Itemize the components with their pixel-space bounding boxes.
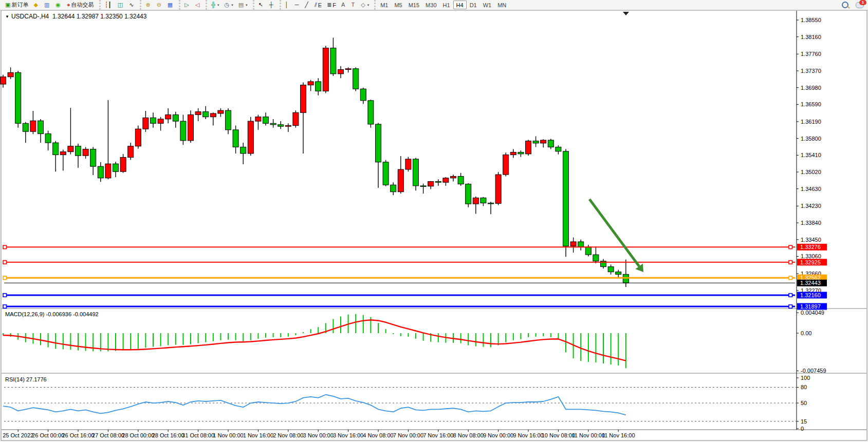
text-button[interactable]: A [339,1,348,10]
candle-body [353,69,359,89]
candle-body [376,124,381,162]
time-axis-label: 2 Nov 08:00 [273,432,303,438]
candle-body [316,82,321,91]
candle-body [623,274,629,283]
timeframe-button-m15[interactable]: M15 [405,1,422,9]
resistance-line-1-handle[interactable] [789,245,792,249]
support-line-blue-1-handle[interactable] [789,294,792,297]
crosshair-icon: ┼ [269,2,273,8]
tile-windows-icon: ▦ [168,2,173,8]
support-line-orange-handle[interactable] [789,276,792,280]
price-axis-label: 1.35020 [801,169,821,175]
cursor-button[interactable]: ↖ [256,1,266,10]
price-axis-label: 1.37370 [801,68,821,74]
market-watch-button[interactable]: ▥ [42,1,52,10]
candle-body [76,146,81,156]
candle-body [60,152,66,155]
resistance-line-1-handle[interactable] [3,245,7,249]
candle-body [113,164,119,171]
vertical-line-button[interactable]: │ [283,1,292,10]
text-label-button[interactable]: T [349,1,358,10]
price-axis-label: 1.33060 [801,253,821,259]
rsi-axis-label: 100 [801,375,810,381]
price-axis-label: 1.36190 [801,119,821,125]
chart-symbol-period: USDCAD-,H4 [11,13,49,20]
templates-button[interactable]: ▤▾ [236,1,250,10]
chevron-down-icon[interactable]: ▾ [217,3,219,7]
new-order-button[interactable]: ▣新订单 [3,1,30,10]
macd-indicator-label: MACD(12,26,9) -0.006936 -0.004492 [5,311,99,317]
trendline-icon: ╱ [305,2,308,8]
candle-body [90,149,96,167]
arrows-button[interactable]: ◇▾ [359,1,371,10]
candle-body [391,185,396,191]
support-line-blue-2-handle[interactable] [3,305,7,309]
chevron-down-icon[interactable]: ▾ [231,3,233,7]
support-line-orange-handle[interactable] [3,276,7,280]
zoom-out-button[interactable]: ⊖ [155,1,164,10]
candle-body [218,110,224,113]
equidistant-channel-button[interactable]: ⫽E [312,1,324,10]
timeframe-button-mn[interactable]: MN [494,1,509,9]
line-chart-button[interactable]: ∿ [127,1,137,10]
candle-body [428,182,434,186]
timeframe-button-w1[interactable]: W1 [480,1,495,9]
auto-scroll-button[interactable]: ▷ [182,1,192,10]
candle-body [368,101,374,124]
timeframe-button-h1[interactable]: H1 [440,1,453,9]
support-line-blue-2-handle[interactable] [789,305,792,309]
chevron-down-icon[interactable]: ▾ [246,3,248,7]
candle-body [278,125,284,126]
price-axis-label: 1.33840 [801,220,821,226]
candle-body [226,110,231,130]
resistance-line-2-handle[interactable] [3,261,7,264]
tile-windows-button[interactable]: ▦ [165,1,176,10]
search-icon[interactable] [842,2,848,8]
candle-body [510,152,516,155]
candle-body [1,77,6,84]
timeframe-button-m30[interactable]: M30 [422,1,439,9]
candle-body [330,48,336,74]
price-axis-label: 1.38160 [801,34,821,40]
candle-body [8,72,13,76]
indicators-button[interactable]: ╬▾ [209,1,221,10]
signals-button[interactable]: ◉ [53,1,64,10]
candle-body [548,140,553,147]
resistance-line-2-handle[interactable] [789,261,792,264]
toolbar-right-icons: 1 [842,2,868,8]
auto-trading-button[interactable]: ●自动交易 [65,1,96,10]
periods-button[interactable]: ◷▾ [223,1,235,10]
gold-cube-icon: ◆ [33,2,38,8]
candlestick-chart-button[interactable]: ◫ [116,1,126,10]
candle-body [563,151,569,246]
candle-body [488,203,494,204]
timeframe-button-m1[interactable]: M1 [377,1,391,9]
candle-body [533,141,539,143]
chart-canvas[interactable]: 1.385501.381601.377601.373701.369801.365… [0,0,868,442]
candlestick-icon: ◫ [118,2,123,8]
rsi-indicator-label: RSI(14) 27.1776 [5,376,47,382]
chevron-down-icon[interactable]: ▾ [367,3,370,7]
fibonacci-button[interactable]: ≣F [325,1,338,10]
bar-chart-button[interactable]: ┆┃ [103,1,115,10]
notifications-icon[interactable]: 1 [856,2,864,8]
rsi-axis-label: 50 [801,400,807,406]
chart-shift-button[interactable]: ◁ [193,1,202,10]
timeframe-button-d1[interactable]: D1 [467,1,480,9]
zoom-in-button[interactable]: ⊕ [143,1,153,10]
trendline-button[interactable]: ╱ [303,1,311,10]
timeframe-button-m5[interactable]: M5 [391,1,405,9]
zoom-out-icon: ⊖ [157,2,161,8]
price-axis-label: 1.33450 [801,237,821,243]
horizontal-line-button[interactable]: ─ [292,1,302,10]
timeframe-button-h4[interactable]: H4 [453,1,467,9]
candle-body [593,255,599,261]
price-axis-label: 1.36980 [801,85,821,91]
price-axis-label: 1.34630 [801,186,821,192]
sound-market-button[interactable]: ◆ [31,1,41,10]
support-line-blue-1-handle[interactable] [3,294,7,297]
candle-body [413,159,419,186]
crosshair-button[interactable]: ┼ [267,1,276,10]
candle-body [308,82,313,85]
chart-title-dropdown-icon[interactable]: ▼ [5,14,9,19]
